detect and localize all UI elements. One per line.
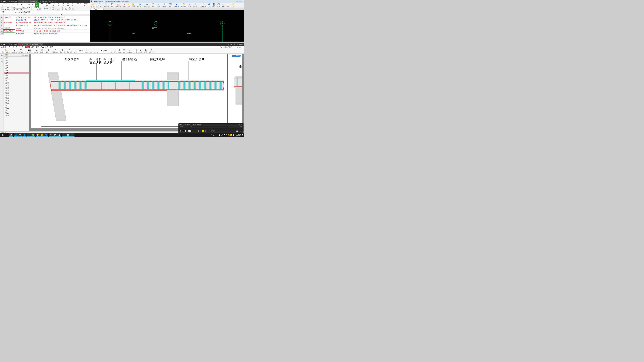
minimize-icon[interactable]: — (236, 1, 238, 2)
format-button[interactable]: 🖌 格式刷 (5, 8, 11, 10)
taskbar-app[interactable]: ☁ (62, 133, 66, 137)
cad-canvas[interactable]: 1 2 3 14300 5850 8450 (90, 10, 244, 41)
ribbon-tab-layout[interactable]: 页面布局 (46, 2, 51, 7)
paste-button[interactable]: 📋粘贴 (1, 7, 4, 10)
bookmark-item[interactable]: 页 23 (4, 112, 29, 114)
bookmark-item[interactable]: 页 8 (4, 74, 29, 77)
rec-menu-edit[interactable]: 编辑(C) (180, 123, 184, 125)
bookmark-item[interactable]: 页 10 (4, 79, 29, 82)
rec-menu-tools[interactable]: 工具(T) (191, 123, 196, 125)
pdf-tool-放大[interactable]: +放大 (85, 49, 89, 53)
taskbar-app[interactable]: 🟢 (31, 133, 35, 137)
taskbar-app[interactable]: 🌐 (14, 133, 18, 137)
tray-icon[interactable]: △ (213, 134, 214, 136)
pdf-tab-document[interactable]: ▣16G101-03...梁平法识图.pdf× (18, 43, 43, 46)
bookmark-item[interactable]: 页 9 (4, 77, 29, 79)
pdf-tool-选择工具[interactable]: ↖选择工具 (11, 49, 18, 53)
skin-icon[interactable]: 👕 (233, 43, 235, 45)
settings-icon[interactable]: ⊙ (237, 46, 238, 48)
taskbar-app[interactable]: 🟡 (36, 133, 40, 137)
grid-icon[interactable]: ▦ (228, 43, 229, 45)
pdf-tool-分享文档[interactable]: ↗分享文档 (148, 49, 155, 53)
print-icon[interactable]: 🖨 (16, 4, 19, 5)
cut-button[interactable]: ✂ 剪切 (5, 6, 11, 8)
bookmark-item[interactable]: 页 19 (4, 102, 29, 104)
screen-recorder-panel[interactable]: 编辑(C) 效果(E) 工具(T) 帮助(H) — ✕ 持续时间音频效果 0:0… (178, 123, 244, 133)
undo-icon[interactable]: ↶ (24, 4, 26, 5)
more-icon[interactable]: ⋯ (242, 46, 243, 48)
rec-restart-icon[interactable]: ↻ (232, 130, 234, 133)
cad-tool-账号[interactable]: 👤账号 (212, 3, 216, 7)
taskbar-app[interactable]: 🗂 (18, 133, 22, 137)
pdf-content-area[interactable]: ▶ 会员专享 箍筋加密区 梁上部非 贯通纵筋 梁上部贯 通纵筋 梁下部纵筋 箍筋… (29, 54, 244, 131)
cad-drawing-tab[interactable]: 20#商业180428 × (90, 8, 104, 10)
zoom-input[interactable] (78, 50, 84, 52)
page-input[interactable] (99, 50, 104, 52)
cad-tool-文字[interactable]: T文字 (151, 3, 155, 7)
more-icon[interactable]: ∨ (22, 46, 23, 48)
taskbar-app[interactable]: 📊 (66, 133, 70, 137)
cad-tool-关于[interactable]: ℹ关于 (226, 3, 230, 7)
pdf-tool-连续阅读[interactable]: ≡连续阅读 (126, 49, 133, 53)
layout-icon[interactable]: ⊡ (239, 46, 241, 48)
ribbon-tab-start[interactable]: 开始 (35, 2, 40, 7)
bookmark-item[interactable]: 页 12 (4, 84, 29, 87)
bookmark-tab-icon[interactable]: ▯ (1, 57, 2, 59)
bookmark-item[interactable]: 页 22 (4, 109, 29, 112)
pdf-tool-幻灯片[interactable]: ▶幻灯片 (138, 49, 143, 53)
ribbon-tab-read[interactable]: 阅读 (25, 46, 30, 48)
tray-icon[interactable]: 🔋 (232, 134, 234, 136)
ribbon-tab-security[interactable]: 安全 (72, 2, 75, 7)
bookmark-item[interactable]: 页 15 (4, 92, 29, 94)
taskbar-app[interactable]: 🟠 (40, 133, 44, 137)
ribbon-tab-tools[interactable]: 工具 (46, 46, 48, 48)
pdf-tool-顺时针[interactable]: ↻顺时针 (34, 49, 39, 53)
tray-icon[interactable]: 💬 (224, 134, 225, 136)
cell-reference[interactable] (1, 11, 14, 13)
new-icon[interactable]: 🗋 (8, 4, 11, 5)
bookmark-item[interactable]: 页 20 (4, 104, 29, 107)
tray-icon[interactable]: 🔔 (228, 134, 230, 136)
maximize-icon[interactable]: ☐ (240, 1, 241, 2)
cad-tool-屏幕旋转[interactable]: ⟲屏幕旋转 (200, 3, 206, 7)
cad-tool-文字查找[interactable]: 🔍文字查找 (192, 3, 199, 7)
cad-tool-删除[interactable]: ⌫删除 (168, 3, 172, 7)
pdf-tool-转为Word[interactable]: W转为Word (18, 49, 25, 53)
rec-stop-icon[interactable]: ■ (240, 130, 242, 133)
close-icon[interactable]: × (52, 1, 53, 2)
ribbon-tab-convert[interactable]: 转换 (36, 46, 39, 48)
taskbar-app[interactable]: ● (27, 133, 31, 137)
attachment-tab-icon[interactable]: 📎 (1, 61, 3, 62)
cad-tool-比例[interactable]: ↔比例 (188, 3, 192, 7)
cad-tool-窗口[interactable]: ☐窗口 (110, 3, 114, 7)
bookmark-item[interactable]: 页 16 (4, 94, 29, 97)
ribbon-tab-formula[interactable]: 公式 (53, 2, 56, 7)
formula-value[interactable]: 5 支座加强筋 (20, 11, 31, 13)
cad-tool-打印[interactable]: 🖨打印 (207, 3, 211, 7)
format-select[interactable]: 常规 (51, 6, 60, 8)
rect-shape-icon[interactable] (198, 130, 201, 132)
bookmark-item[interactable]: 页 5 (4, 67, 29, 69)
delete-icon[interactable]: 🗑 (16, 46, 17, 48)
cad-tool-图纸对比[interactable]: ⊞图纸对比 (136, 3, 143, 7)
ribbon-tab-data[interactable]: 数据 (57, 2, 61, 7)
user-avatar[interactable]: 👤 抓鸡佬 (236, 43, 243, 45)
pdf-tool-尾页[interactable]: ⇥尾页 (113, 49, 118, 53)
bookmark-item[interactable]: 页 1 (4, 57, 29, 59)
wps-tab-add[interactable]: + (54, 1, 57, 2)
open-icon[interactable]: 📄 (12, 4, 15, 5)
wps-tab-docer[interactable]: ▦稻壳商城 (8, 0, 18, 3)
search-icon[interactable]: 🔍 (220, 46, 222, 48)
cad-tool-客服[interactable]: 🎧客服 (216, 3, 221, 7)
ribbon-tab-insert[interactable]: 插入 (41, 2, 44, 7)
pdf-tool-单页[interactable]: ▯单页 (118, 49, 122, 53)
taskbar-app[interactable]: 🔵 (44, 133, 48, 137)
chevron-up-icon[interactable]: ⌃ (234, 46, 236, 48)
cad-tool-打开[interactable]: 📂打开 (90, 3, 95, 7)
pdf-tool-拖拽平移工具[interactable]: ✋拖拽平移工具 (1, 49, 10, 53)
more-icon[interactable]: ∨ (32, 4, 34, 5)
wrap-button[interactable]: 自动换行 (44, 7, 50, 9)
pdf-tab-docer[interactable]: ▦稻壳商城 (8, 43, 18, 46)
tray-icon[interactable]: 🗨 (226, 134, 227, 136)
search-input[interactable]: 点此查找文本… (223, 46, 234, 48)
